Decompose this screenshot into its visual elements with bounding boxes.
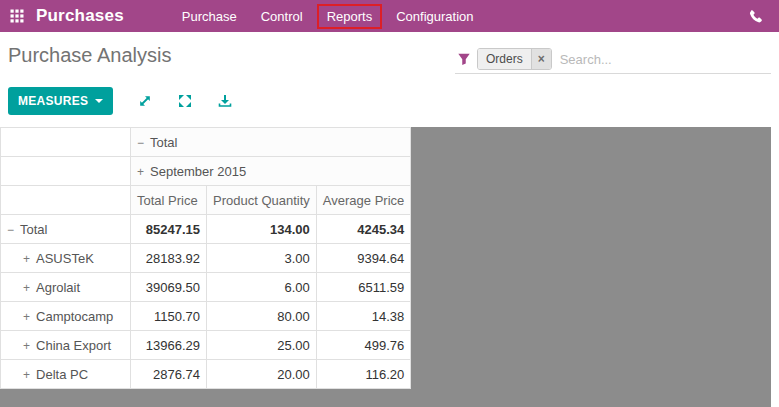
facet-label[interactable]: Orders bbox=[478, 49, 531, 69]
cell-product-quantity: 25.00 bbox=[207, 331, 317, 360]
row-header-total[interactable]: −Total bbox=[1, 215, 131, 244]
cell-average-price: 4245.34 bbox=[316, 215, 410, 244]
cell-average-price: 499.76 bbox=[316, 331, 410, 360]
measure-header-total-price[interactable]: Total Price bbox=[131, 186, 207, 215]
cell-total-price: 28183.92 bbox=[131, 244, 207, 273]
measure-header-average-price[interactable]: Average Price bbox=[316, 186, 410, 215]
top-navbar: Purchases Purchase Control Reports Confi… bbox=[0, 0, 779, 32]
row-label: Delta PC bbox=[36, 367, 88, 382]
cell-total-price: 13966.29 bbox=[131, 331, 207, 360]
menu-item-configuration[interactable]: Configuration bbox=[384, 4, 485, 29]
app-title[interactable]: Purchases bbox=[36, 6, 124, 26]
expand-icon: + bbox=[23, 368, 30, 382]
pivot-table: −Total +September 2015 Total Price Produ… bbox=[0, 127, 411, 389]
menu-item-purchase[interactable]: Purchase bbox=[170, 4, 249, 29]
row-header-agrolait[interactable]: +Agrolait bbox=[1, 273, 131, 302]
pivot-corner-cell bbox=[1, 128, 131, 157]
pivot-header-row: +September 2015 bbox=[1, 157, 411, 186]
pivot-header-row: −Total bbox=[1, 128, 411, 157]
collapse-icon: − bbox=[7, 223, 14, 237]
measures-label: MEASURES bbox=[18, 94, 88, 108]
measure-header-product-quantity[interactable]: Product Quantity bbox=[207, 186, 317, 215]
row-label: Agrolait bbox=[36, 280, 80, 295]
download-xlsx-icon[interactable] bbox=[217, 93, 233, 109]
cell-average-price: 116.20 bbox=[316, 360, 410, 389]
menu-item-reports[interactable]: Reports bbox=[317, 4, 383, 29]
main-menu: Purchase Control Reports Configuration bbox=[170, 4, 486, 29]
table-row: +Camptocamp 1150.70 80.00 14.38 bbox=[1, 302, 411, 331]
cell-product-quantity: 6.00 bbox=[207, 273, 317, 302]
collapse-icon: − bbox=[137, 136, 144, 150]
caret-down-icon bbox=[95, 99, 103, 103]
col-group-label: September 2015 bbox=[150, 164, 246, 179]
measures-button[interactable]: MEASURES bbox=[8, 87, 113, 115]
row-label: ASUSTeK bbox=[36, 251, 94, 266]
cell-total-price: 2876.74 bbox=[131, 360, 207, 389]
col-group-label: Total bbox=[150, 135, 177, 150]
odoo-purchases-screen: { "colors": { "navbar_bg": "#a24689", "a… bbox=[0, 0, 779, 407]
control-panel: Purchase Analysis Orders × MEASURES bbox=[0, 32, 779, 127]
expand-icon: + bbox=[23, 310, 30, 324]
menu-item-control[interactable]: Control bbox=[249, 4, 315, 29]
cell-average-price: 9394.64 bbox=[316, 244, 410, 273]
page-title: Purchase Analysis bbox=[8, 44, 171, 67]
cell-total-price: 85247.15 bbox=[131, 215, 207, 244]
table-row: −Total 85247.15 134.00 4245.34 bbox=[1, 215, 411, 244]
pivot-measures-row: Total Price Product Quantity Average Pri… bbox=[1, 186, 411, 215]
row-header-camptocamp[interactable]: +Camptocamp bbox=[1, 302, 131, 331]
cell-average-price: 6511.59 bbox=[316, 273, 410, 302]
expand-icon: + bbox=[23, 339, 30, 353]
table-row: +China Export 13966.29 25.00 499.76 bbox=[1, 331, 411, 360]
row-label: Total bbox=[20, 222, 47, 237]
table-row: +Delta PC 2876.74 20.00 116.20 bbox=[1, 360, 411, 389]
cell-total-price: 1150.70 bbox=[131, 302, 207, 331]
col-group-total[interactable]: −Total bbox=[131, 128, 411, 157]
flip-axis-icon[interactable] bbox=[137, 93, 153, 109]
row-header-asustek[interactable]: +ASUSTeK bbox=[1, 244, 131, 273]
pivot-corner-cell bbox=[1, 186, 131, 215]
expand-icon: + bbox=[23, 252, 30, 266]
cell-total-price: 39069.50 bbox=[131, 273, 207, 302]
remove-facet-icon[interactable]: × bbox=[531, 49, 551, 69]
search-input[interactable] bbox=[560, 52, 771, 67]
scrollbar[interactable] bbox=[771, 32, 779, 407]
pivot-corner-cell bbox=[1, 157, 131, 186]
row-label: Camptocamp bbox=[36, 309, 113, 324]
row-header-china-export[interactable]: +China Export bbox=[1, 331, 131, 360]
col-group-september-2015[interactable]: +September 2015 bbox=[131, 157, 411, 186]
filter-facet-orders: Orders × bbox=[477, 48, 552, 70]
expand-icon: + bbox=[23, 281, 30, 295]
cell-product-quantity: 134.00 bbox=[207, 215, 317, 244]
cell-product-quantity: 80.00 bbox=[207, 302, 317, 331]
row-label: China Export bbox=[36, 338, 111, 353]
expand-all-icon[interactable] bbox=[177, 93, 193, 109]
filter-funnel-icon bbox=[457, 52, 471, 66]
phone-icon[interactable] bbox=[748, 9, 763, 24]
search-bar: Orders × bbox=[455, 45, 771, 74]
cell-product-quantity: 20.00 bbox=[207, 360, 317, 389]
cell-product-quantity: 3.00 bbox=[207, 244, 317, 273]
apps-grid-icon[interactable] bbox=[10, 9, 24, 23]
cell-average-price: 14.38 bbox=[316, 302, 410, 331]
row-header-delta-pc[interactable]: +Delta PC bbox=[1, 360, 131, 389]
table-row: +Agrolait 39069.50 6.00 6511.59 bbox=[1, 273, 411, 302]
table-row: +ASUSTeK 28183.92 3.00 9394.64 bbox=[1, 244, 411, 273]
expand-icon: + bbox=[137, 165, 144, 179]
navbar-right-icons bbox=[748, 9, 763, 24]
pivot-toolbar: MEASURES bbox=[8, 87, 233, 115]
